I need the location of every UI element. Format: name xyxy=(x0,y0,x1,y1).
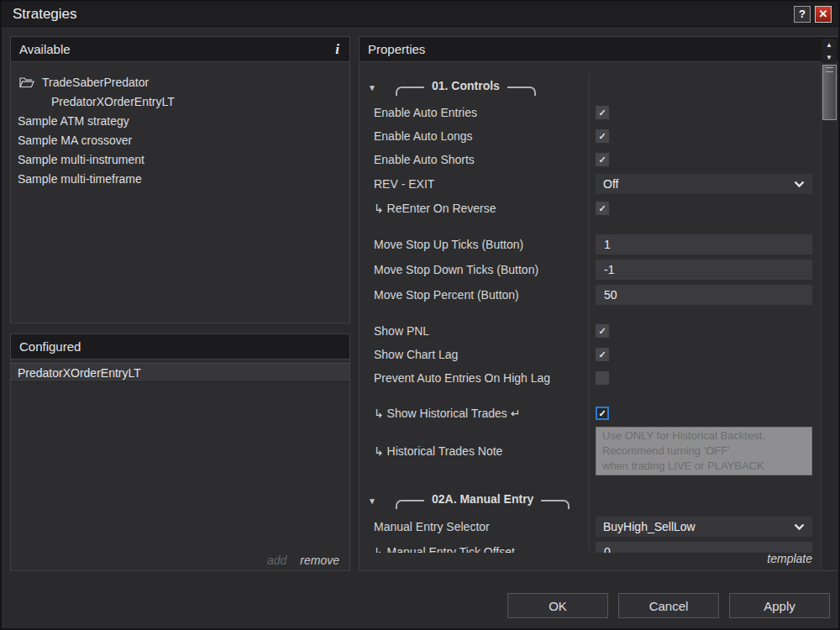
show-historical-trades-checkbox[interactable]: ✓ xyxy=(596,407,609,420)
available-item-sample-multi-instrument[interactable]: Sample multi-instrument xyxy=(11,150,349,169)
check-icon: ✓ xyxy=(598,155,606,165)
scroll-up-button[interactable]: ▲ xyxy=(822,39,837,50)
enable-auto-entries-checkbox[interactable]: ✓ xyxy=(596,106,609,119)
available-item-label: PredatorXOrderEntryLT xyxy=(51,95,175,108)
historical-trades-note-textbox: Use ONLY for Historical Backtest. Recomm… xyxy=(596,427,812,475)
available-list: TradeSaberPredatorPredatorXOrderEntryLTS… xyxy=(11,62,349,188)
available-item-sample-atm-strategy[interactable]: Sample ATM strategy xyxy=(11,111,349,130)
manual-entry-selector-label: Manual Entry Selector xyxy=(360,520,589,533)
property-row-prevent-auto-entries-on-high-lag: Prevent Auto Entries On High Lag xyxy=(360,366,821,390)
enable-auto-entries-value-cell: ✓ xyxy=(589,106,821,119)
scrollbar-grip xyxy=(826,67,833,72)
property-row-show-pnl: Show PNL✓ xyxy=(360,319,821,343)
reenter-on-reverse-checkbox[interactable]: ✓ xyxy=(596,202,609,215)
check-icon: ✓ xyxy=(598,108,606,118)
remove-link[interactable]: remove xyxy=(300,554,339,567)
move-stop-down-ticks-button-input[interactable]: -1 xyxy=(596,260,812,280)
rev-exit-label: REV - EXIT xyxy=(360,177,589,191)
row-gap xyxy=(360,307,821,319)
check-icon: ✓ xyxy=(598,132,606,141)
reenter-on-reverse-value-cell: ✓ xyxy=(589,202,821,215)
property-row-manual-entry-tick-offset: ↳ Manual Entry Tick Offset0 xyxy=(360,539,821,553)
move-stop-percent-button-input[interactable]: 50 xyxy=(596,285,812,305)
property-row-move-stop-percent-button: Move Stop Percent (Button)50 xyxy=(360,282,821,307)
move-stop-up-ticks-button-input[interactable]: 1 xyxy=(596,234,812,255)
show-pnl-checkbox[interactable]: ✓ xyxy=(596,324,609,338)
scrollbar-track[interactable] xyxy=(821,64,837,570)
property-grid: ▼01. ControlsEnable Auto Entries✓Enable … xyxy=(360,63,821,553)
chevron-down-icon xyxy=(794,177,805,191)
row-gap xyxy=(360,220,821,232)
select-value: BuyHigh_SellLow xyxy=(603,520,696,533)
section-02a-manual-entry: ▼02A. Manual Entry xyxy=(360,487,821,514)
rev-exit-value-cell: Off xyxy=(589,174,821,194)
chevron-down-icon xyxy=(794,520,805,533)
cancel-button[interactable]: Cancel xyxy=(618,593,719,618)
rev-exit-select[interactable]: Off xyxy=(596,174,812,194)
available-item-predatorxorderentrylt[interactable]: PredatorXOrderEntryLT xyxy=(11,92,349,111)
enable-auto-shorts-checkbox[interactable]: ✓ xyxy=(596,153,609,166)
bracket-right xyxy=(541,500,570,509)
available-header-label: Available xyxy=(19,42,71,56)
help-icon: ? xyxy=(799,8,806,20)
property-row-reenter-on-reverse: ↳ ReEnter On Reverse✓ xyxy=(360,197,821,220)
move-stop-up-ticks-button-value-cell: 1 xyxy=(589,234,821,255)
section-label: 01. Controls xyxy=(432,79,500,92)
configured-header-label: Configured xyxy=(19,339,81,354)
enable-auto-entries-label: Enable Auto Entries xyxy=(360,106,589,119)
available-item-label: Sample multi-instrument xyxy=(18,153,144,166)
prevent-auto-entries-on-high-lag-value-cell xyxy=(589,371,821,385)
add-link[interactable]: add xyxy=(267,554,286,567)
apply-button[interactable]: Apply xyxy=(729,593,830,618)
properties-scrollbar[interactable]: ▲ ▼ xyxy=(821,38,837,570)
close-icon: ✕ xyxy=(819,8,828,20)
check-icon: ✓ xyxy=(598,409,606,418)
ok-button[interactable]: OK xyxy=(507,593,608,618)
collapse-icon[interactable]: ▼ xyxy=(368,496,378,506)
row-gap xyxy=(360,390,821,402)
available-item-sample-multi-timeframe[interactable]: Sample multi-timeframe xyxy=(11,169,349,188)
available-item-tradesaberpredator[interactable]: TradeSaberPredator xyxy=(11,72,349,92)
bracket-left xyxy=(396,500,424,509)
title-bar[interactable]: Strategies ? ✕ xyxy=(2,2,838,27)
available-item-label: Sample MA crossover xyxy=(18,134,132,147)
available-item-label: TradeSaberPredator xyxy=(42,76,149,89)
template-link[interactable]: template xyxy=(767,552,812,565)
prevent-auto-entries-on-high-lag-checkbox[interactable] xyxy=(596,371,609,385)
available-item-sample-ma-crossover[interactable]: Sample MA crossover xyxy=(11,130,349,150)
scrollbar-thumb[interactable] xyxy=(822,65,837,120)
dialog-buttons: OK Cancel Apply xyxy=(507,593,830,618)
check-icon: ✓ xyxy=(598,350,606,360)
show-chart-lag-checkbox[interactable]: ✓ xyxy=(596,348,609,361)
prevent-auto-entries-on-high-lag-label: Prevent Auto Entries On High Lag xyxy=(360,371,589,385)
property-row-manual-entry-selector: Manual Entry SelectorBuyHigh_SellLow xyxy=(360,514,821,539)
available-header: Available i xyxy=(11,37,349,62)
help-button[interactable]: ? xyxy=(794,6,811,23)
enable-auto-longs-checkbox[interactable]: ✓ xyxy=(596,129,609,143)
enable-auto-longs-value-cell: ✓ xyxy=(589,129,821,143)
scroll-down-button[interactable]: ▼ xyxy=(822,51,837,63)
close-button[interactable]: ✕ xyxy=(815,6,832,23)
bracket-right xyxy=(507,87,536,96)
show-historical-trades-label: ↳ Show Historical Trades ↵ xyxy=(360,407,589,420)
configured-panel: Configured PredatorXOrderEntryLT add rem… xyxy=(10,333,350,571)
enable-auto-longs-label: Enable Auto Longs xyxy=(360,129,589,143)
available-item-label: Sample multi-timeframe xyxy=(18,172,142,186)
manual-entry-selector-value-cell: BuyHigh_SellLow xyxy=(589,517,821,537)
folder-icon xyxy=(19,76,34,88)
configured-item-predatorxorderentrylt[interactable]: PredatorXOrderEntryLT xyxy=(11,363,349,382)
collapse-icon[interactable]: ▼ xyxy=(368,83,378,92)
section-bracket: 02A. Manual Entry xyxy=(396,492,570,509)
configured-item-label: PredatorXOrderEntryLT xyxy=(18,366,141,380)
configured-footer: add remove xyxy=(267,554,339,567)
properties-header-label: Properties xyxy=(368,42,425,56)
enable-auto-shorts-label: Enable Auto Shorts xyxy=(360,153,589,166)
manual-entry-selector-select[interactable]: BuyHigh_SellLow xyxy=(596,517,812,537)
info-icon[interactable]: i xyxy=(335,41,339,58)
scroll-down-icon: ▼ xyxy=(826,54,832,61)
section-label: 02A. Manual Entry xyxy=(432,492,533,506)
reenter-on-reverse-label: ↳ ReEnter On Reverse xyxy=(360,202,589,215)
configured-list: PredatorXOrderEntryLT xyxy=(11,360,349,382)
row-gap xyxy=(360,477,821,487)
enable-auto-shorts-value-cell: ✓ xyxy=(589,153,821,166)
